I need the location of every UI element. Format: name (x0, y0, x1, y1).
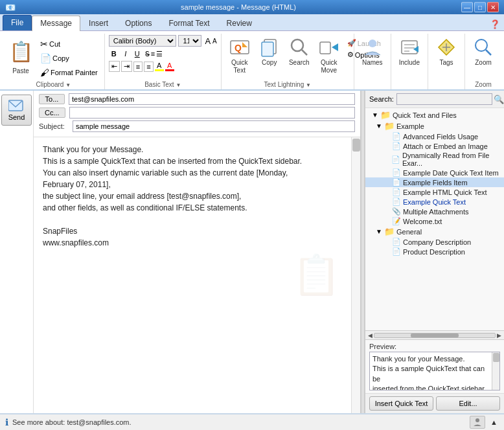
edit-button[interactable]: Edit... (436, 396, 500, 411)
tree-label: Multiple Attachments (403, 208, 469, 216)
cc-input[interactable] (69, 107, 355, 119)
copy-button[interactable]: 📄 Copy (38, 52, 100, 65)
font-grow-button[interactable]: A (205, 36, 211, 46)
tree-item-product-desc[interactable]: 📄 Product Description (365, 247, 504, 256)
paste-label: Paste (12, 67, 29, 74)
tree-label: Dynamically Read from File Exar... (402, 152, 500, 167)
preview-label: Preview: (369, 343, 500, 350)
decrease-indent-button[interactable]: ⇤ (109, 61, 120, 72)
ribbon-group-clipboard: 📋 Paste ✂ Cut 📄 Copy 🖌 Format Painter Cl… (3, 34, 105, 89)
zoom-button[interactable]: Zoom (469, 35, 498, 80)
tree-item-attach-image[interactable]: 📄 Attach or Embed an Image (365, 141, 504, 151)
cc-button[interactable]: Cc... (39, 107, 65, 118)
tree-label: Example Date Quick Text Item (403, 169, 499, 177)
tree-item-example-fields[interactable]: 📄 Example Fields Item (365, 177, 504, 187)
include-button[interactable]: Include (395, 35, 424, 80)
copy-ribbon-label: Copy (262, 59, 277, 67)
ribbon-tabs: File Message Insert Options Format Text … (0, 14, 504, 31)
quick-move-button[interactable]: QuickMove (315, 35, 343, 76)
status-bar: ℹ See more about: test@snapfiles.com. ▲ (0, 413, 504, 430)
tab-message[interactable]: Message (32, 16, 80, 31)
preview-box: Thank you for your Message. This is a sa… (369, 352, 500, 390)
copy-ribbon-button[interactable]: Copy (255, 35, 284, 69)
email-fields: To... Cc... Subject: (34, 91, 360, 137)
to-row: To... (39, 93, 355, 105)
paste-button[interactable]: 📋 (6, 35, 35, 67)
italic-button[interactable]: I (120, 49, 131, 58)
format-painter-icon: 🖌 (40, 67, 49, 78)
font-size-select[interactable]: 11 (178, 35, 201, 47)
tree-item-dynamic-read[interactable]: 📄 Dynamically Read from File Exar... (365, 151, 504, 168)
scroll-track[interactable] (374, 333, 496, 338)
zoom-group-label: Zoom (465, 81, 501, 88)
to-button[interactable]: To... (39, 94, 65, 104)
subject-input[interactable] (73, 120, 355, 132)
search-icon[interactable]: 🔍 (494, 95, 504, 104)
font-shrink-button[interactable]: A (212, 38, 217, 45)
tab-format-text[interactable]: Format Text (160, 16, 218, 30)
body-scrollbar[interactable] (351, 137, 360, 413)
quick-text-button[interactable]: Q QuickText (225, 35, 254, 76)
ribbon-group-tags: Tags (428, 34, 465, 89)
status-arrow-button[interactable]: ▲ (489, 417, 499, 427)
svg-marker-8 (332, 43, 338, 51)
copy-ribbon-icon (259, 37, 280, 58)
window-controls: — □ ✕ (461, 2, 499, 12)
file-icon: 📄 (391, 155, 400, 164)
tree-item-quick-text-files[interactable]: ▼ 📁 Quick Text and Files (365, 109, 504, 120)
align-center-button[interactable]: ≡ (144, 62, 153, 72)
close-button[interactable]: ✕ (487, 2, 499, 12)
number-list-button[interactable]: ☰ (156, 50, 163, 58)
scroll-thumb (411, 334, 459, 337)
bullet-list-button[interactable]: ≡ (151, 50, 155, 58)
cut-button[interactable]: ✂ Cut (38, 38, 100, 51)
copy-icon: 📄 (40, 53, 51, 63)
tree-item-general[interactable]: ▼ 📁 General (365, 226, 504, 237)
tree-item-welcome-txt[interactable]: 📝 Welcome.txt (365, 216, 504, 226)
font-family-select[interactable]: Calibri (Body) (109, 35, 177, 47)
tree-item-multiple-attachments[interactable]: 📎 Multiple Attachments (365, 207, 504, 216)
tree-horizontal-scrollbar[interactable]: ◀ ▶ (365, 330, 504, 339)
search-ribbon-button[interactable]: Search (285, 35, 314, 69)
tree-item-example-html[interactable]: 📄 Example HTML Quick Text (365, 187, 504, 197)
tab-file[interactable]: File (3, 15, 32, 30)
insert-quick-text-button[interactable]: Insert Quick Text (369, 396, 433, 411)
tree-item-example-date[interactable]: 📄 Example Date Quick Text Item (365, 168, 504, 177)
tags-button[interactable]: Tags (432, 35, 461, 80)
help-button[interactable]: ❓ (486, 18, 504, 30)
clipboard-group-label: Clipboard ▼ (3, 81, 104, 88)
tab-insert[interactable]: Insert (80, 16, 117, 30)
maximize-button[interactable]: □ (474, 2, 486, 12)
scroll-left-button[interactable]: ◀ (367, 332, 374, 339)
tab-options[interactable]: Options (117, 16, 160, 30)
email-body[interactable]: Thank you for your Message. This is a sa… (34, 137, 360, 413)
tree-item-example[interactable]: ▼ 📁 Example (365, 120, 504, 131)
ribbon-group-text-lightning: Q QuickText Copy (222, 34, 354, 89)
sidebar-search-input[interactable] (396, 93, 492, 105)
minimize-button[interactable]: — (461, 2, 473, 12)
ribbon: 📋 Paste ✂ Cut 📄 Copy 🖌 Format Painter Cl… (0, 31, 504, 91)
font-color-button[interactable]: A (165, 62, 174, 71)
to-input[interactable] (69, 93, 355, 105)
user-icon-button[interactable] (470, 416, 485, 429)
ribbon-group-names: Names (354, 34, 391, 89)
highlight-button[interactable]: A (155, 62, 164, 71)
underline-button[interactable]: U (132, 49, 143, 58)
bold-button[interactable]: B (109, 49, 119, 58)
tab-review[interactable]: Review (218, 16, 260, 30)
format-painter-button[interactable]: 🖌 Format Painter (38, 66, 100, 79)
send-button[interactable]: Send (1, 95, 32, 126)
scroll-right-button[interactable]: ▶ (496, 332, 503, 339)
names-label: Names (362, 59, 383, 67)
tree-item-company-desc[interactable]: 📄 Company Description (365, 237, 504, 247)
increase-indent-button[interactable]: ⇥ (121, 61, 132, 72)
tree-item-advanced-fields[interactable]: 📄 Advanced Fields Usage (365, 131, 504, 141)
preview-scrollbar[interactable] (492, 352, 499, 390)
svg-rect-7 (320, 42, 330, 54)
align-left-button[interactable]: ≡ (133, 62, 143, 72)
names-button[interactable]: Names (358, 35, 387, 80)
send-column: Send (0, 91, 34, 413)
strikethrough-button[interactable]: S̶ (145, 50, 150, 58)
tree-item-example-quick-text[interactable]: 📄 Example Quick Text (365, 197, 504, 207)
file-icon: 📄 (392, 168, 401, 177)
